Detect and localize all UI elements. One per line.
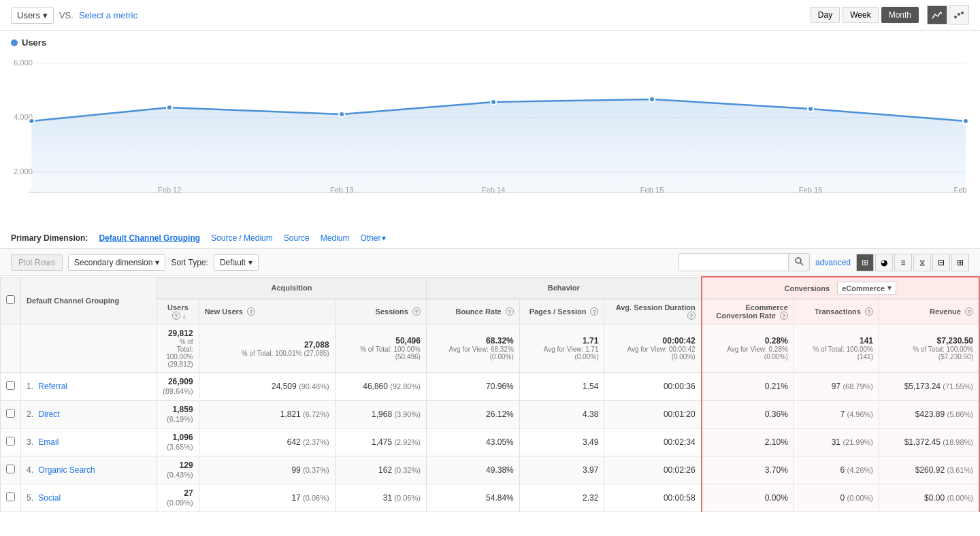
row-checkbox[interactable] xyxy=(6,437,15,446)
row-checkbox[interactable] xyxy=(6,409,15,418)
totals-label-cell xyxy=(21,324,157,373)
new-users-help-icon[interactable]: ? xyxy=(247,307,255,316)
row-bounce-rate: 70.96% xyxy=(426,373,519,401)
dim-other-arrow: ▾ xyxy=(382,233,386,243)
search-input[interactable] xyxy=(679,255,788,270)
new-users-col-header: New Users ? xyxy=(199,299,335,324)
channel-grouping-header: Default Channel Grouping xyxy=(21,277,157,324)
dim-source-medium[interactable]: Source / Medium xyxy=(211,233,273,243)
vs-label: VS. xyxy=(59,10,74,20)
ecommerce-arrow: ▾ xyxy=(887,284,892,292)
row-ecom-conversion-rate: 0.00% xyxy=(702,484,794,512)
select-metric-link[interactable]: Select a metric xyxy=(79,10,137,20)
time-controls: Day Week Month xyxy=(811,5,969,24)
table-row: 2. Direct 1,859 (6.19%) 1,821 (6.72%) 1,… xyxy=(1,401,980,429)
view-filter-button[interactable]: ⧖ xyxy=(913,254,931,271)
svg-text:Feb 15: Feb 15 xyxy=(640,186,664,194)
search-button[interactable] xyxy=(788,254,809,271)
secondary-dim-dropdown[interactable]: Secondary dimension ▾ xyxy=(68,254,165,271)
row-checkbox[interactable] xyxy=(6,465,15,473)
row-users: 26,909 (89.64%) xyxy=(157,373,199,401)
table-row: 4. Organic Search 129 (0.43%) 99 (0.37%)… xyxy=(1,456,980,484)
ecom-conversion-rate-help-icon[interactable]: ? xyxy=(780,312,788,320)
primary-metric-dropdown[interactable]: Users ▾ xyxy=(11,7,54,24)
channel-link[interactable]: Direct xyxy=(38,409,59,419)
sort-default-label: Default xyxy=(220,258,246,267)
row-bounce-rate: 54.84% xyxy=(426,484,519,512)
channel-link[interactable]: Organic Search xyxy=(38,465,95,475)
row-users: 1,096 (3.65%) xyxy=(157,429,199,456)
svg-point-13 xyxy=(339,112,344,117)
row-bounce-rate: 43.05% xyxy=(426,429,519,456)
row-avg-session-duration: 00:00:36 xyxy=(604,373,702,401)
dim-default-channel-grouping[interactable]: Default Channel Grouping xyxy=(99,233,200,243)
channel-link[interactable]: Social xyxy=(38,493,61,503)
row-pages-per-session: 3.97 xyxy=(519,456,604,484)
sessions-help-icon[interactable]: ? xyxy=(412,307,421,316)
row-transactions: 7 (4.96%) xyxy=(794,401,879,429)
totals-users: 29,812 % of Total: 100.00% (29,812) xyxy=(157,324,199,373)
channel-link[interactable]: Email xyxy=(38,437,59,447)
avg-session-duration-help-icon[interactable]: ? xyxy=(687,312,696,320)
chart-area: Users 6,000 4,000 2,000 xyxy=(0,31,980,228)
view-grid-button[interactable]: ⊞ xyxy=(856,254,874,271)
ecommerce-dropdown[interactable]: eCommerce ▾ xyxy=(837,282,896,295)
sort-dropdown[interactable]: Default ▾ xyxy=(214,254,259,271)
totals-bounce-rate: 68.32% Avg for View: 68.32% (0.00%) xyxy=(426,324,519,373)
primary-dim-bar: Primary Dimension: Default Channel Group… xyxy=(0,228,980,249)
select-all-checkbox[interactable] xyxy=(6,295,15,304)
totals-revenue: $7,230.50 % of Total: 100.00% ($7,230.50… xyxy=(879,324,979,373)
row-checkbox[interactable] xyxy=(6,492,15,501)
plot-rows-button[interactable]: Plot Rows xyxy=(11,254,63,271)
row-transactions: 6 (4.26%) xyxy=(794,456,879,484)
day-button[interactable]: Day xyxy=(811,7,840,23)
week-button[interactable]: Week xyxy=(843,7,878,23)
primary-dim-label: Primary Dimension: xyxy=(11,233,88,243)
metric-selector: Users ▾ VS. Select a metric xyxy=(11,7,137,24)
row-users: 129 (0.43%) xyxy=(157,456,199,484)
advanced-link[interactable]: advanced xyxy=(815,258,851,267)
users-help-icon[interactable]: ? xyxy=(172,312,180,320)
row-channel: 1. Referral xyxy=(21,373,157,401)
line-chart-button[interactable] xyxy=(927,5,947,24)
view-pie-button[interactable]: ◕ xyxy=(875,254,893,271)
totals-ecom-conversion-rate: 0.28% Avg for View: 0.28% (0.00%) xyxy=(702,324,794,373)
dim-other-dropdown[interactable]: Other ▾ xyxy=(360,233,386,243)
svg-point-1 xyxy=(958,13,960,16)
dim-source[interactable]: Source xyxy=(284,233,310,243)
channel-link[interactable]: Referral xyxy=(38,382,67,391)
svg-text:Feb 14: Feb 14 xyxy=(482,186,506,194)
row-checkbox[interactable] xyxy=(6,381,15,390)
row-revenue: $260.92 (3.61%) xyxy=(879,456,979,484)
metric-dropdown-arrow: ▾ xyxy=(43,10,48,20)
revenue-help-icon[interactable]: ? xyxy=(965,307,973,316)
chart-svg: 6,000 4,000 2,000 xyxy=(11,53,969,196)
row-pages-per-session: 2.32 xyxy=(519,484,604,512)
transactions-help-icon[interactable]: ? xyxy=(865,307,873,316)
svg-point-2 xyxy=(961,12,964,14)
dim-medium[interactable]: Medium xyxy=(321,233,350,243)
row-checkbox-cell xyxy=(1,484,21,512)
svg-marker-10 xyxy=(31,99,966,192)
pages-per-session-help-icon[interactable]: ? xyxy=(590,307,598,316)
totals-checkbox-cell xyxy=(1,324,21,373)
conversions-header: Conversions eCommerce ▾ xyxy=(702,277,979,299)
conversions-label: Conversions xyxy=(784,284,830,292)
row-pages-per-session: 3.49 xyxy=(519,429,604,456)
view-compare-button[interactable]: ⊟ xyxy=(932,254,950,271)
row-revenue: $1,372.45 (18.98%) xyxy=(879,429,979,456)
view-list-button[interactable]: ≡ xyxy=(894,254,912,271)
table-row: 5. Social 27 (0.09%) 17 (0.06%) 31 (0.06… xyxy=(1,484,980,512)
month-button[interactable]: Month xyxy=(881,7,919,23)
bounce-rate-help-icon[interactable]: ? xyxy=(506,307,514,316)
row-checkbox-cell xyxy=(1,373,21,401)
dot-chart-button[interactable] xyxy=(949,5,969,24)
totals-pages-per-session: 1.71 Avg for View: 1.71 (0.00%) xyxy=(519,324,604,373)
totals-transactions: 141 % of Total: 100.00% (141) xyxy=(794,324,879,373)
row-revenue: $5,173.24 (71.55%) xyxy=(879,373,979,401)
sessions-col-header: Sessions ? xyxy=(335,299,426,324)
row-revenue: $423.89 (5.86%) xyxy=(879,401,979,429)
users-sort-arrow[interactable]: ↓ xyxy=(182,312,186,320)
svg-point-17 xyxy=(963,118,968,124)
view-table-button[interactable]: ⊞ xyxy=(951,254,969,271)
